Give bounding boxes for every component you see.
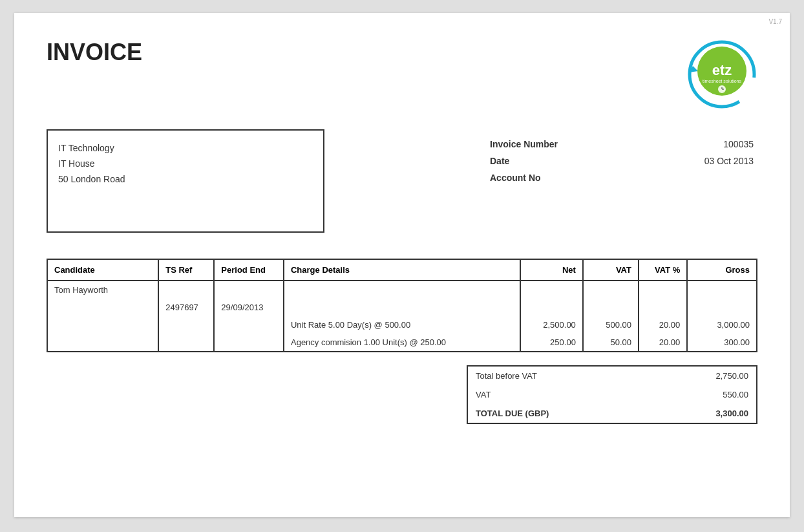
main-table: Candidate TS Ref Period End Charge Detai…	[47, 259, 757, 352]
row1-vatpct	[639, 281, 687, 299]
invoice-date-row: Date 03 Oct 2013	[486, 153, 757, 169]
invoice-date-value: 03 Oct 2013	[589, 153, 757, 169]
th-tsref: TS Ref	[158, 259, 214, 281]
th-vat: VAT	[583, 259, 639, 281]
row4-candidate	[47, 334, 158, 352]
row1-period	[214, 281, 284, 299]
th-vatpct: VAT %	[639, 259, 687, 281]
table-row-3: Unit Rate 5.00 Day(s) @ 500.00 2,500.00 …	[47, 316, 757, 334]
row4-vatpct: 20.00	[639, 334, 687, 352]
row2-net	[520, 299, 583, 316]
row1-gross	[687, 281, 757, 299]
row4-charge: Agency commision 1.00 Unit(s) @ 250.00	[284, 334, 520, 352]
th-candidate: Candidate	[47, 259, 158, 281]
row3-charge: Unit Rate 5.00 Day(s) @ 500.00	[284, 316, 520, 334]
row1-net	[520, 281, 583, 299]
invoice-title: INVOICE	[47, 39, 142, 66]
totals-box: Total before VAT 2,750.00 VAT 550.00 TOT…	[467, 365, 757, 424]
th-period: Period End	[214, 259, 284, 281]
row1-tsref	[158, 281, 214, 299]
row3-vatpct: 20.00	[639, 316, 687, 334]
invoice-account-value	[589, 169, 757, 186]
invoice-account-label: Account No	[486, 169, 589, 186]
row3-net: 2,500.00	[520, 316, 583, 334]
total-before-vat-label: Total before VAT	[468, 367, 655, 385]
row1-charge	[284, 281, 520, 299]
address-line1: IT Technology	[58, 141, 313, 156]
row4-gross: 300.00	[687, 334, 757, 352]
invoice-date-label: Date	[486, 153, 589, 169]
invoice-page: V1.7 INVOICE etz timesheet solutions	[14, 13, 790, 517]
etz-logo: etz timesheet solutions	[686, 39, 757, 110]
svg-text:timesheet solutions: timesheet solutions	[703, 79, 741, 83]
th-gross: Gross	[687, 259, 757, 281]
invoice-details: Invoice Number 100035 Date 03 Oct 2013 A…	[486, 129, 757, 233]
total-due-value: 3,300.00	[655, 404, 756, 423]
row3-tsref	[158, 316, 214, 334]
row2-vatpct	[639, 299, 687, 316]
invoice-number-row: Invoice Number 100035	[486, 136, 757, 153]
totals-section: Total before VAT 2,750.00 VAT 550.00 TOT…	[47, 365, 757, 424]
table-row-2: 2497697 29/09/2013	[47, 299, 757, 316]
invoice-account-row: Account No	[486, 169, 757, 186]
total-due-row: TOTAL DUE (GBP) 3,300.00	[468, 404, 756, 423]
row2-gross	[687, 299, 757, 316]
info-section: IT Technology IT House 50 London Road In…	[47, 129, 757, 233]
header-section: INVOICE etz timesheet solutions	[47, 39, 757, 110]
row4-net: 250.00	[520, 334, 583, 352]
invoice-number-label: Invoice Number	[486, 136, 589, 153]
total-before-vat-value: 2,750.00	[655, 367, 756, 385]
row4-period	[214, 334, 284, 352]
row3-gross: 3,000.00	[687, 316, 757, 334]
vat-value: 550.00	[655, 385, 756, 404]
row4-tsref	[158, 334, 214, 352]
table-header-row: Candidate TS Ref Period End Charge Detai…	[47, 259, 757, 281]
row1-candidate: Tom Hayworth	[47, 281, 158, 299]
address-line3: 50 London Road	[58, 172, 313, 187]
svg-text:etz: etz	[712, 62, 732, 78]
vat-label: VAT	[468, 385, 655, 404]
row4-vat: 50.00	[583, 334, 639, 352]
row2-period: 29/09/2013	[214, 299, 284, 316]
row1-vat	[583, 281, 639, 299]
invoice-number-value: 100035	[589, 136, 757, 153]
th-net: Net	[520, 259, 583, 281]
version-tag: V1.7	[768, 18, 782, 25]
row2-charge	[284, 299, 520, 316]
total-due-label: TOTAL DUE (GBP)	[468, 404, 655, 423]
vat-row: VAT 550.00	[468, 385, 756, 404]
table-row-1: Tom Hayworth	[47, 281, 757, 299]
row2-tsref: 2497697	[158, 299, 214, 316]
row2-vat	[583, 299, 639, 316]
total-before-vat-row: Total before VAT 2,750.00	[468, 367, 756, 385]
th-charge: Charge Details	[284, 259, 520, 281]
row3-period	[214, 316, 284, 334]
address-line2: IT House	[58, 156, 313, 172]
address-box: IT Technology IT House 50 London Road	[47, 129, 324, 233]
table-row-4: Agency commision 1.00 Unit(s) @ 250.00 2…	[47, 334, 757, 352]
row3-vat: 500.00	[583, 316, 639, 334]
row3-candidate	[47, 316, 158, 334]
row2-candidate	[47, 299, 158, 316]
